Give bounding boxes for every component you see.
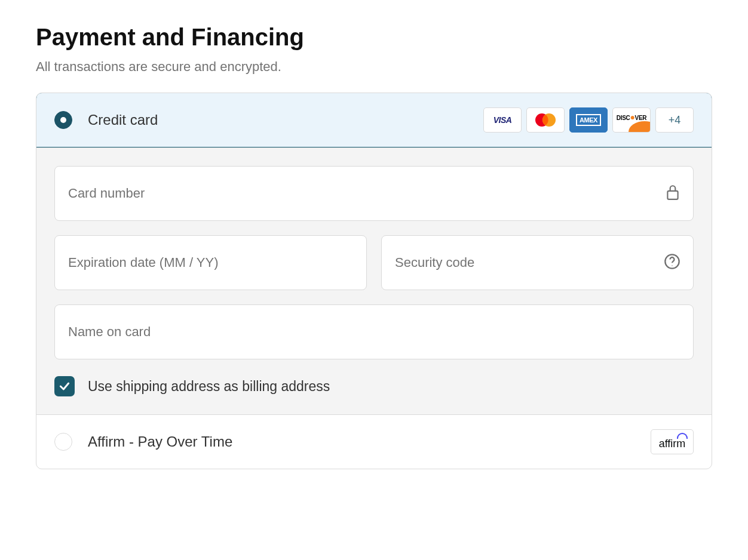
svg-point-4 — [672, 265, 672, 266]
page-subtitle: All transactions are secure and encrypte… — [36, 59, 712, 75]
expiration-field-wrapper — [54, 235, 367, 290]
svg-rect-2 — [667, 191, 678, 199]
radio-affirm[interactable] — [54, 433, 72, 451]
expiration-input[interactable] — [54, 235, 367, 290]
card-number-field-wrapper — [54, 166, 694, 221]
security-code-field-wrapper — [381, 235, 694, 290]
radio-credit-card[interactable] — [54, 111, 72, 129]
name-on-card-input[interactable] — [54, 304, 694, 359]
more-cards-badge[interactable]: +4 — [655, 107, 694, 133]
option-affirm[interactable]: Affirm - Pay Over Time affirm — [36, 415, 712, 469]
option-credit-card[interactable]: Credit card VISA AMEX DISC●VER +4 — [36, 93, 712, 147]
card-logos: VISA AMEX DISC●VER +4 — [483, 107, 694, 133]
security-code-input[interactable] — [381, 235, 694, 290]
affirm-icon: affirm — [651, 429, 694, 454]
card-number-input[interactable] — [54, 166, 694, 221]
checkbox-billing[interactable] — [54, 376, 75, 396]
credit-card-form: Use shipping address as billing address — [36, 147, 712, 414]
discover-icon: DISC●VER — [612, 107, 651, 133]
lock-icon — [665, 184, 680, 203]
mastercard-icon — [526, 107, 565, 133]
amex-icon: AMEX — [569, 107, 608, 133]
page-title: Payment and Financing — [36, 24, 712, 51]
option-affirm-label: Affirm - Pay Over Time — [88, 433, 651, 450]
billing-same-as-shipping[interactable]: Use shipping address as billing address — [54, 376, 694, 396]
visa-icon: VISA — [483, 107, 522, 133]
payment-panel: Credit card VISA AMEX DISC●VER +4 — [36, 93, 712, 469]
help-icon[interactable] — [664, 253, 680, 272]
checkbox-billing-label: Use shipping address as billing address — [88, 379, 330, 395]
name-field-wrapper — [54, 304, 694, 359]
option-credit-card-label: Credit card — [88, 112, 483, 128]
